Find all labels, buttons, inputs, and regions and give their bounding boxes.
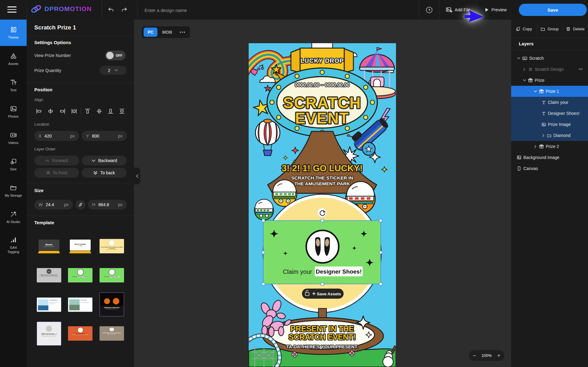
chevron-right-icon[interactable] (522, 68, 526, 71)
sidebar-item-text[interactable]: Text (0, 72, 27, 99)
layer-row-claim-your[interactable]: Claim your (511, 97, 588, 108)
to-front-button[interactable]: To front (34, 168, 79, 178)
align-right-button[interactable] (58, 107, 67, 116)
save-assets-button[interactable]: Save Assets (302, 289, 344, 299)
size-icon (10, 158, 17, 165)
zoom-out-button[interactable]: − (473, 353, 476, 358)
align-center-horizontal-button[interactable] (46, 107, 55, 116)
chevron-down-icon[interactable] (517, 57, 520, 59)
forward-button[interactable]: Forward (34, 156, 79, 165)
unlink-dimensions-button[interactable] (76, 200, 85, 210)
width-input[interactable]: W 24.4 px (34, 200, 73, 210)
hamburger-menu-icon[interactable] (7, 6, 17, 13)
prize-image-circle (306, 230, 339, 263)
zoom-in-button[interactable]: + (497, 353, 500, 358)
panel-collapse-button[interactable] (134, 168, 140, 184)
layer-row-scratch-design[interactable]: Scratch Design (511, 64, 588, 75)
y-position-input[interactable]: Y 800 px (82, 131, 127, 141)
poster-design[interactable]: LUCKY DROP 0000.00.00 ~ 0000.00.00 SCRAT… (249, 43, 396, 367)
layer-row-background-image[interactable]: Background Image (511, 152, 588, 163)
trash-icon (566, 27, 571, 31)
design-canvas-area[interactable]: PC MOB (134, 20, 511, 367)
design-name-input[interactable] (144, 5, 317, 15)
more-options-icon[interactable] (177, 32, 188, 33)
chevron-right-icon[interactable] (533, 145, 537, 148)
chevron-down-icon (92, 159, 96, 162)
align-left-button[interactable] (34, 107, 43, 116)
rotate-handle[interactable] (318, 208, 327, 217)
template-item-sports[interactable]: Sports innerwear 1+1 Won! (68, 239, 92, 253)
chevron-up-icon (45, 159, 49, 162)
template-item-cruise[interactable]: Congratulations! Relax and unwind on a l… (37, 297, 61, 312)
sidebar-item-theme[interactable]: Theme (0, 20, 27, 46)
align-middle-vertical-button[interactable] (95, 107, 104, 116)
to-back-button[interactable]: To back (82, 168, 127, 178)
template-item-cream[interactable]: Unfortunately...It was a normal cream Be… (100, 326, 124, 341)
x-position-input[interactable]: X 420 px (34, 131, 79, 141)
sidebar-item-photos[interactable]: Photos (0, 99, 27, 125)
chevron-down-icon[interactable] (522, 79, 526, 81)
toggle-knob (106, 52, 114, 59)
redo-icon[interactable] (120, 6, 129, 14)
save-button[interactable]: Save (519, 4, 587, 16)
app-logo: DPROMOTION (31, 5, 92, 13)
distribute-horizontal-button[interactable] (70, 107, 79, 116)
view-prize-number-toggle[interactable]: OFF (105, 51, 126, 60)
template-item-shoes[interactable]: Claim your Designer Shoes! (100, 268, 124, 282)
layer-row-prize-image[interactable]: Prize Image (511, 119, 588, 130)
prize-quantity-select[interactable]: 2 (100, 66, 126, 75)
layer-row-canvas[interactable]: Canvas (511, 163, 588, 174)
layer-row-designer-shoes[interactable]: Designer Shoes! (511, 108, 588, 119)
prize-card[interactable]: Claim your Designer Shoes! (262, 219, 382, 286)
toggle-state-label: OFF (116, 54, 123, 57)
canvas-layer-icon (517, 166, 522, 171)
properties-panel: Scratch Prize 1 Settings Options View Pr… (27, 20, 134, 367)
sidebar-item-ai-studio[interactable]: AI Studio (0, 204, 27, 230)
layer-label: Canvas (523, 166, 538, 171)
layer-row-scratch[interactable]: Scratch (511, 53, 588, 64)
template-item-beach[interactable]: It's so early... Care to take a break? (68, 297, 92, 312)
align-bottom-button[interactable] (106, 107, 115, 116)
tab-pc[interactable]: PC (144, 28, 157, 37)
forward-label: Forward (52, 158, 68, 163)
sidebar-item-my-storage[interactable]: My Storage (0, 178, 27, 204)
pointer-cursor (464, 10, 486, 34)
layer-row-diamond[interactable]: Diamond (511, 130, 588, 141)
template-heading: Template (34, 220, 54, 225)
tab-mob[interactable]: MOB (158, 28, 176, 37)
template-item-boom[interactable]: Boom Better luck next time! (37, 239, 61, 253)
copy-button[interactable]: Copy (511, 20, 537, 38)
delete-button[interactable]: Delete (563, 20, 588, 38)
backward-button[interactable]: Backward (82, 156, 127, 165)
layer-row-prize[interactable]: Prize (511, 75, 588, 86)
chevron-down-icon[interactable] (533, 90, 537, 93)
template-item-didnt-win[interactable]: Didn't win this time...:( Please partici… (37, 322, 61, 346)
unit-label: px (64, 202, 69, 207)
distribute-vertical-button[interactable] (117, 107, 126, 116)
group-button[interactable]: Group (537, 20, 562, 38)
height-input[interactable]: H 864.8 px (88, 200, 127, 210)
undo-icon[interactable] (107, 6, 115, 14)
chevron-right-icon[interactable] (541, 134, 545, 137)
sidebar-item-size[interactable]: Size (0, 151, 27, 178)
tada-line: TA-DA! HERE'S YOUR PRESENT. (286, 344, 358, 349)
image-layer-icon (517, 155, 522, 160)
layer-row-prize-1[interactable]: Prize 1 (511, 86, 588, 97)
template-item-halloween[interactable]: Halloween Lantern Set Congratulations on… (100, 293, 124, 316)
template-item-oops[interactable]: Oops Whoa! There is a huge rock! How did… (37, 268, 61, 282)
template-item-handbag[interactable]: Claim your Designer Handbag (68, 268, 92, 282)
align-top-button[interactable] (83, 107, 92, 116)
sidebar-item-ga4-tagging[interactable]: GA4 Tagging (0, 230, 27, 260)
align-label: Align (34, 97, 43, 102)
layer-row-prize-2[interactable]: Prize 2 (511, 141, 588, 152)
layer-label: Scratch (529, 56, 544, 61)
template-sub: 1+1 Won! (77, 245, 83, 247)
visibility-off-icon[interactable] (578, 67, 583, 71)
help-button[interactable]: ? (419, 0, 439, 20)
sidebar-item-assets[interactable]: Assets (0, 46, 27, 72)
template-item-ampoule[interactable]: Epro 9 Ampoule Congratulations! Claim yo… (68, 326, 92, 341)
claim-prefix-text: Claim your (283, 268, 312, 275)
template-item-book[interactable]: Oh my! A Book Gift Certificate was hidde… (100, 239, 124, 253)
template-title: Didn't win this time...:( (38, 333, 60, 335)
sidebar-item-videos[interactable]: Videos (0, 125, 27, 151)
